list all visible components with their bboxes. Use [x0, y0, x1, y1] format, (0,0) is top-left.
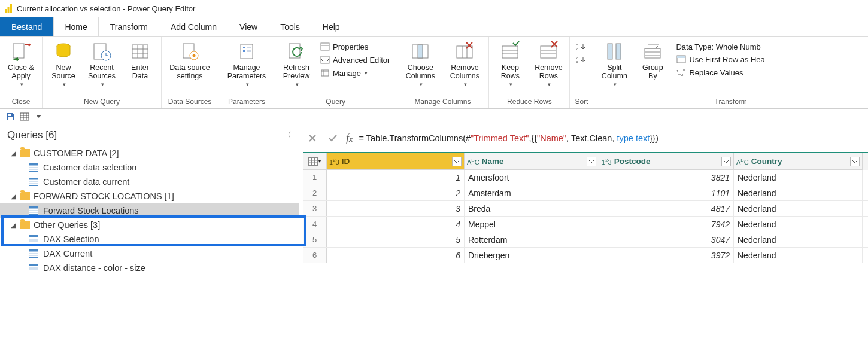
- cell-country[interactable]: Nederland: [734, 217, 863, 232]
- row-number[interactable]: 3: [303, 201, 327, 216]
- query-group-other-queries[interactable]: ◢Other Queries [3]: [0, 218, 299, 232]
- cell-postcode[interactable]: 4817: [599, 201, 734, 216]
- cell-name[interactable]: Amersfoort: [465, 170, 599, 185]
- cell-id[interactable]: 2: [327, 185, 465, 200]
- caret-icon: ▾: [296, 80, 299, 89]
- data-type-dropdown[interactable]: Data Type: Whole Numb: [675, 42, 766, 52]
- query-group-customer-data[interactable]: ◢CUSTOMER DATA [2]: [0, 146, 299, 160]
- menu-tab-help[interactable]: Help: [311, 17, 351, 36]
- svg-rect-49: [8, 114, 11, 116]
- table-row[interactable]: 33Breda4817Nederland: [303, 201, 868, 217]
- filter-dropdown-icon[interactable]: [452, 157, 462, 166]
- cell-id[interactable]: 4: [327, 217, 465, 232]
- column-header-postcode[interactable]: 123Postcode: [599, 153, 734, 170]
- query-item-forward-stock-locations[interactable]: Forward Stock Locations: [0, 203, 299, 218]
- qat-customize-icon[interactable]: ⏷: [34, 111, 44, 122]
- filter-dropdown-icon[interactable]: [587, 157, 596, 166]
- cell-country[interactable]: Nederland: [734, 201, 863, 216]
- cell-name[interactable]: Driebergen: [465, 248, 599, 263]
- cell-id[interactable]: 1: [327, 170, 465, 185]
- enter-data-button[interactable]: Enter Data: [123, 39, 157, 81]
- menu-tab-view[interactable]: View: [228, 17, 269, 36]
- keep-rows-button[interactable]: Keep Rows▾: [493, 39, 527, 90]
- recent-sources-icon: [91, 41, 113, 62]
- row-number[interactable]: 2: [303, 185, 327, 200]
- cell-country[interactable]: Nederland: [734, 170, 863, 185]
- cell-name[interactable]: Meppel: [465, 217, 599, 232]
- cell-country[interactable]: Nederland: [734, 248, 863, 263]
- table-row[interactable]: 66Driebergen3972Nederland: [303, 248, 868, 263]
- menu-tab-home[interactable]: Home: [53, 17, 98, 36]
- use-first-row-button[interactable]: Use First Row as Hea: [675, 53, 766, 65]
- manage-button[interactable]: Manage▾: [318, 67, 391, 79]
- column-title: Country: [751, 157, 782, 166]
- cell-postcode[interactable]: 7942: [599, 217, 734, 232]
- query-item-customer-data-selection[interactable]: Customer data selection: [0, 160, 299, 175]
- save-icon[interactable]: [5, 111, 16, 122]
- column-title: ID: [342, 157, 350, 166]
- advanced-editor-button[interactable]: Advanced Editor: [318, 54, 391, 66]
- new-source-button[interactable]: New Source▾: [46, 39, 81, 90]
- menu-tab-tools[interactable]: Tools: [269, 17, 311, 36]
- close-apply-button[interactable]: Close & Apply ▾: [4, 39, 38, 90]
- split-column-button[interactable]: Split Column▾: [597, 39, 632, 90]
- manage-parameters-button[interactable]: Manage Parameters▾: [222, 39, 271, 90]
- query-item-dax-selection[interactable]: DAX Selection: [0, 232, 299, 246]
- grid-header-row: ▾ 123ID ABCName 123Postcode ABCCountry: [303, 153, 868, 170]
- sidebar-title: Queries [6]: [7, 129, 57, 141]
- filter-dropdown-icon[interactable]: [721, 157, 731, 166]
- table-row[interactable]: 44Meppel7942Nederland: [303, 217, 868, 232]
- expand-arrow-icon: ◢: [11, 193, 17, 200]
- row-number[interactable]: 5: [303, 232, 327, 247]
- row-number[interactable]: 1: [303, 170, 327, 185]
- refresh-preview-button[interactable]: Refresh Preview▾: [279, 39, 314, 90]
- menu-tab-bestand[interactable]: Bestand: [0, 17, 53, 36]
- table-view-icon[interactable]: [19, 111, 30, 122]
- formula-enter-button[interactable]: [326, 131, 340, 145]
- menu-tab-add-column[interactable]: Add Column: [159, 17, 228, 36]
- row-number[interactable]: 4: [303, 217, 327, 232]
- sidebar-collapse-icon[interactable]: 〈: [283, 130, 292, 141]
- cell-postcode[interactable]: 3821: [599, 170, 734, 185]
- cell-postcode[interactable]: 1101: [599, 185, 734, 200]
- query-group-forward-stock[interactable]: ◢FORWARD STOCK LOCATIONS [1]: [0, 189, 299, 203]
- cell-id[interactable]: 6: [327, 248, 465, 263]
- grid-body: 11Amersfoort3821Nederland22Amsterdam1101…: [303, 170, 868, 263]
- grid-corner-button[interactable]: ▾: [303, 153, 327, 170]
- cell-country[interactable]: Nederland: [734, 232, 863, 247]
- cell-id[interactable]: 5: [327, 232, 465, 247]
- cell-postcode[interactable]: 3047: [599, 232, 734, 247]
- svg-point-14: [193, 54, 196, 57]
- column-header-id[interactable]: 123ID: [327, 153, 465, 170]
- replace-values-button[interactable]: 12Replace Values: [675, 66, 766, 78]
- choose-columns-button[interactable]: Choose Columns▾: [400, 39, 441, 90]
- column-header-name[interactable]: ABCName: [465, 153, 599, 170]
- remove-columns-button[interactable]: Remove Columns▾: [444, 39, 485, 90]
- sort-asc-button[interactable]: AZ: [575, 41, 588, 53]
- cell-name[interactable]: Rotterdam: [465, 232, 599, 247]
- group-by-button[interactable]: Group By: [635, 39, 670, 81]
- cell-postcode[interactable]: 3972: [599, 248, 734, 263]
- menu-tab-transform[interactable]: Transform: [99, 17, 159, 36]
- cell-name[interactable]: Breda: [465, 201, 599, 216]
- table-row[interactable]: 11Amersfoort3821Nederland: [303, 170, 868, 185]
- fx-icon[interactable]: fx: [346, 132, 353, 145]
- table-row[interactable]: 22Amsterdam1101Nederland: [303, 185, 868, 201]
- cell-country[interactable]: Nederland: [734, 185, 863, 200]
- data-source-settings-button[interactable]: Data source settings: [165, 39, 214, 81]
- remove-rows-button[interactable]: Remove Rows▾: [531, 39, 566, 90]
- cell-name[interactable]: Amsterdam: [465, 185, 599, 200]
- filter-dropdown-icon[interactable]: [850, 157, 860, 166]
- properties-button[interactable]: Properties: [318, 41, 391, 53]
- recent-sources-button[interactable]: Recent Sources▾: [84, 39, 119, 90]
- table-row[interactable]: 55Rotterdam3047Nederland: [303, 232, 868, 248]
- cell-id[interactable]: 3: [327, 201, 465, 216]
- formula-text[interactable]: = Table.TransformColumns(#"Trimmed Text"…: [359, 133, 658, 143]
- formula-cancel-button[interactable]: [305, 131, 320, 145]
- query-item-dax-distance[interactable]: DAX distance - color - size: [0, 261, 299, 275]
- query-item-customer-data-current[interactable]: Customer data current: [0, 175, 299, 189]
- row-number[interactable]: 6: [303, 248, 327, 263]
- sort-desc-button[interactable]: ZA: [575, 54, 588, 66]
- query-item-dax-current[interactable]: DAX Current: [0, 246, 299, 261]
- column-header-country[interactable]: ABCCountry: [734, 153, 863, 170]
